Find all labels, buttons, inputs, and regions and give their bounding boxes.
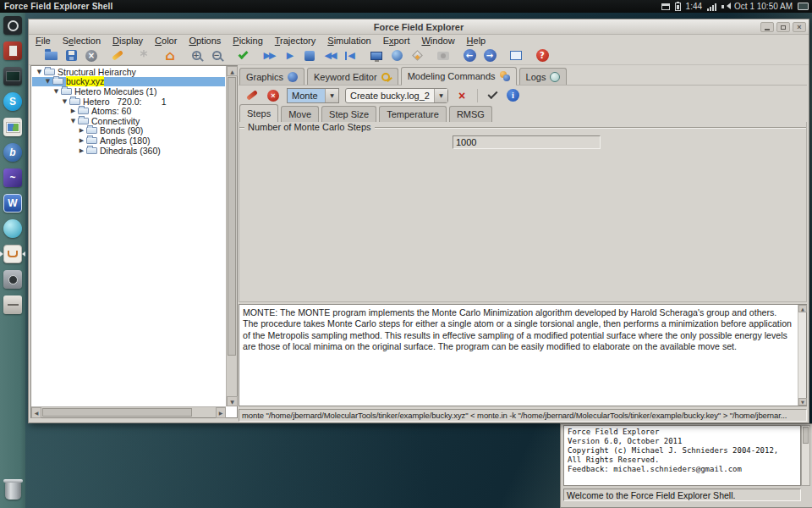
world-globe-button[interactable] (388, 47, 405, 64)
tree-item-atoms-[interactable]: ▶Atoms: 60 (32, 106, 225, 116)
maximize-button[interactable] (776, 22, 790, 32)
split-columns-button[interactable] (508, 47, 524, 64)
caret-right-icon[interactable]: ▶ (78, 147, 85, 154)
scroll-right-arrow[interactable]: ▶ (216, 407, 226, 418)
dock-item-package-manager[interactable] (0, 38, 25, 64)
stop-button[interactable] (301, 47, 318, 64)
command-line-field[interactable]: monte "/home/jbernard/MolecularTools/tin… (239, 409, 807, 422)
launch-command-button[interactable] (244, 88, 260, 103)
play-button[interactable]: ▶ (281, 47, 298, 64)
dock-item-disk-utility[interactable] (0, 292, 25, 318)
tree-item-dihedrals[interactable]: ▶Dihedrals (360) (32, 146, 225, 156)
menu-display[interactable]: Display (112, 36, 143, 46)
menu-simulation[interactable]: Simulation (327, 36, 370, 46)
subtab-temperature[interactable]: Temperature (379, 106, 447, 122)
subtab-move[interactable]: Move (281, 106, 319, 122)
menu-options[interactable]: Options (189, 36, 221, 46)
caret-right-icon[interactable]: ▶ (78, 137, 85, 144)
menu-window[interactable]: Window (421, 36, 454, 46)
subtab-steps[interactable]: Steps (239, 104, 278, 122)
dock-item-banshee-player[interactable]: b (0, 140, 25, 165)
subtab-step-size[interactable]: Step Size (321, 106, 376, 122)
rewind-button[interactable]: ◀◀ (321, 47, 338, 64)
tree-item-bonds[interactable]: ▶Bonds (90) (32, 126, 225, 136)
prism-button[interactable] (409, 47, 425, 64)
caret-down-icon[interactable]: ▼ (61, 98, 69, 105)
save-file-button[interactable] (63, 47, 80, 64)
play-all-button[interactable]: ▶▶ (261, 47, 277, 64)
dock-item-image-viewer[interactable] (0, 114, 25, 140)
close-structure-button[interactable]: × (83, 47, 100, 64)
tree-item-hetero[interactable]: ▼Hetero Molecules (1) (32, 86, 225, 97)
apply-check-button[interactable] (486, 88, 501, 103)
snapshot-camera-button[interactable] (435, 47, 452, 64)
tab-modeling-commands[interactable]: Modeling Commands (401, 67, 517, 86)
navigate-forward-button[interactable]: → (481, 47, 498, 64)
volume-icon[interactable] (721, 3, 729, 10)
scroll-down-arrow[interactable]: ▼ (798, 398, 807, 406)
dock-item-app-launcher[interactable] (0, 13, 25, 38)
tab-graphics[interactable]: Graphics (239, 68, 304, 85)
console-output[interactable]: Force Field ExplorerVersion 6.0, October… (563, 425, 801, 486)
dock-item-terminal[interactable] (0, 64, 25, 89)
menu-export[interactable]: Export (383, 36, 410, 46)
tree-item-connectivity[interactable]: ▼Connectivity (32, 116, 225, 126)
dock-item-media-app[interactable]: ~ (0, 165, 25, 190)
minimize-button[interactable] (760, 22, 774, 32)
end-command-button[interactable]: × (266, 88, 281, 103)
menu-picking[interactable]: Picking (233, 36, 262, 46)
scroll-up-arrow[interactable]: ▲ (227, 66, 238, 76)
tree-item-angles[interactable]: ▶Angles (180) (32, 135, 225, 146)
caret-down-icon[interactable]: ▼ (36, 69, 43, 75)
render-effects-button[interactable]: * (135, 47, 152, 64)
remove-log-button[interactable]: × (454, 88, 469, 103)
shell-console-window[interactable]: Force Field ExplorerVersion 6.0, October… (560, 423, 812, 508)
info-button[interactable]: i (507, 89, 519, 102)
dock-item-trash[interactable] (0, 478, 25, 503)
chevron-down-icon[interactable]: ▼ (434, 89, 447, 102)
display-power-icon[interactable] (798, 3, 809, 10)
scroll-down-arrow[interactable]: ▼ (227, 396, 238, 406)
clock-date[interactable]: Oct 1 10:50 AM (734, 2, 793, 11)
tree-hscroll-thumb[interactable] (42, 408, 192, 417)
caret-right-icon[interactable]: ▶ (69, 108, 77, 114)
dock-item-word-processor[interactable]: W (0, 190, 25, 216)
menu-trajectory[interactable]: Trajectory (275, 36, 316, 46)
navigate-back-button[interactable]: ← (461, 47, 478, 64)
tree-horizontal-scrollbar[interactable]: ◀ ▶ (31, 406, 226, 417)
scroll-left-arrow[interactable]: ◀ (31, 407, 41, 418)
reset-view-home-button[interactable]: ⌂ (162, 47, 178, 64)
picking-torch-button[interactable] (109, 47, 126, 64)
step-to-start-button[interactable]: ◀ (342, 47, 359, 64)
dock-item-force-field-explorer-app[interactable] (0, 241, 25, 267)
menu-file[interactable]: File (36, 36, 51, 46)
command-description-box[interactable]: MONTE: The MONTE program implements the … (239, 304, 807, 406)
window-indicator-icon[interactable] (661, 3, 670, 10)
help-button[interactable]: ? (534, 47, 551, 64)
tree-item-bucky-xyz[interactable]: ▼bucky.xyz (32, 77, 225, 87)
close-button[interactable]: × (793, 22, 806, 32)
tree-vertical-scrollbar[interactable]: ▲ ▼ (226, 66, 237, 406)
fullscreen-monitor-button[interactable] (368, 47, 385, 64)
subtab-rmsg[interactable]: RMSG (449, 106, 492, 122)
zoom-out-button[interactable]: − (208, 47, 225, 64)
tree-item-hetero[interactable]: ▼Hetero 720.0: 1 (32, 97, 225, 107)
caret-down-icon[interactable]: ▼ (69, 118, 77, 124)
scroll-up-arrow[interactable]: ▲ (798, 305, 807, 312)
battery-icon[interactable] (675, 3, 681, 11)
console-scrollbar[interactable] (801, 425, 810, 486)
dock-item-skype[interactable]: S (0, 89, 25, 114)
zoom-in-button[interactable]: + (188, 47, 205, 64)
tree-vscroll-thumb[interactable] (228, 77, 236, 356)
menu-color[interactable]: Color (155, 36, 177, 46)
monte-carlo-steps-input[interactable] (453, 135, 601, 149)
accept-check-button[interactable] (234, 47, 251, 64)
dock-item-screenshot-tool[interactable] (0, 267, 25, 292)
caret-down-icon[interactable]: ▼ (44, 78, 52, 85)
window-title-bar[interactable]: Force Field Explorer × (29, 19, 809, 35)
chevron-down-icon[interactable]: ▼ (325, 89, 338, 102)
network-signal-icon[interactable] (707, 3, 716, 11)
open-structure-button[interactable] (42, 47, 59, 64)
command-select[interactable]: Monte ▼ (287, 88, 339, 103)
caret-down-icon[interactable]: ▼ (52, 88, 60, 95)
